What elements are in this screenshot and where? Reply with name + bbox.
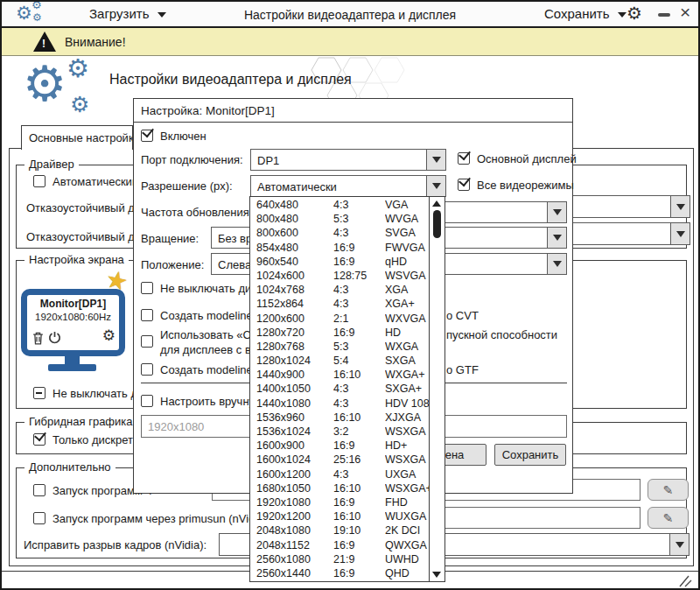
dropdown-arrow[interactable]: [547, 254, 566, 274]
resolution-item-name: WXVGA: [385, 312, 429, 326]
dropdown-arrow[interactable]: [547, 202, 566, 222]
resolution-item-ratio: 19:10: [333, 523, 385, 537]
cvt-reduced-label-line1: Использовать «CV: [160, 328, 259, 341]
cvt-reduced-label-line1-right: пускной способности: [446, 328, 557, 341]
manual-checkbox[interactable]: [141, 395, 153, 407]
resolution-item-size: 1600x1200: [256, 467, 333, 481]
scroll-down-arrow[interactable]: [432, 572, 441, 578]
modeline-cvt-checkbox[interactable]: [141, 309, 153, 321]
all-modes-checkbox[interactable]: [458, 179, 470, 191]
resolution-item[interactable]: 800x4805:3WVGA: [250, 212, 429, 226]
resolution-item-name: SXGA: [385, 354, 429, 368]
close-button[interactable]: ×: [680, 2, 690, 23]
dropdown-arrow[interactable]: [426, 176, 445, 196]
resolution-item[interactable]: 1920x120016:10WUXGA: [250, 509, 429, 523]
primary-display-label: Основной дисплей: [477, 152, 577, 165]
modeline-gtf-label: Создать modeline: [160, 363, 253, 376]
port-label: Порт подключения:: [141, 153, 243, 166]
run-wrapper-checkbox[interactable]: [33, 484, 46, 496]
scrollbar[interactable]: [429, 197, 444, 581]
gear-icon[interactable]: ⚙: [626, 3, 642, 24]
group-extra-title: Дополнительно: [24, 460, 116, 474]
resolution-item[interactable]: 1152x8644:3XGA+: [250, 297, 429, 311]
resolution-item[interactable]: 1024x600128:75WSVGA: [250, 269, 429, 283]
resolution-item-ratio: 4:3: [333, 467, 385, 481]
resolution-item[interactable]: 1280x10245:4SXGA: [250, 354, 429, 368]
resolution-item[interactable]: 1440x90016:10WXGA+: [250, 368, 429, 382]
resolution-item-ratio: 4:3: [333, 382, 385, 396]
resolution-item-ratio: 16:9: [333, 495, 385, 509]
enabled-checkbox[interactable]: [141, 130, 153, 142]
resolution-item[interactable]: 1536x96016:10XJXGA: [250, 411, 429, 425]
resolution-item[interactable]: 1600x90016:9HD+: [250, 439, 429, 453]
edit-button[interactable]: ✎: [648, 479, 689, 501]
minimize-button[interactable]: [658, 13, 670, 17]
modeline-gtf-checkbox[interactable]: [141, 363, 153, 376]
resolution-item[interactable]: 2048x108019:102K DCI: [250, 523, 429, 537]
keep-display-checkbox[interactable]: [33, 387, 46, 399]
manual-label: Настроить вручную: [160, 395, 263, 408]
resolution-item[interactable]: 640x4804:3VGA: [250, 198, 429, 212]
resolution-item[interactable]: 854x48016:9FWVGA: [250, 241, 429, 255]
resolution-item[interactable]: 1024x7684:3XGA: [250, 283, 429, 297]
resolution-item-name: VGA: [385, 198, 429, 212]
save-button[interactable]: Сохранить: [494, 444, 566, 466]
resolution-item[interactable]: 960x54016:9qHD: [250, 255, 429, 269]
resolution-item-size: 2048x1152: [256, 538, 333, 552]
resolution-item[interactable]: 1920x108016:9FHD: [250, 495, 429, 509]
resolution-item-size: 1680x1050: [256, 481, 333, 495]
resolution-item[interactable]: 1280x72016:9HD: [250, 326, 429, 340]
save-menu-button[interactable]: Сохранить: [544, 6, 626, 21]
auto-driver-checkbox[interactable]: [33, 175, 46, 187]
resolution-item-size: 2560x1440: [256, 566, 333, 580]
dropdown-arrow[interactable]: [426, 150, 445, 170]
dropdown-arrow[interactable]: [670, 196, 690, 217]
resolution-item[interactable]: 1440x10804:3HDV 1080i: [250, 397, 429, 411]
resolution-item-ratio: 4:3: [333, 297, 385, 311]
resolution-item-name: HD: [385, 326, 429, 340]
resolution-item[interactable]: 2560x108021:9UWHD: [250, 552, 429, 566]
resolution-item[interactable]: 1280x7685:3WXGA: [250, 340, 429, 354]
resolution-item[interactable]: 1200x6002:1WXVGA: [250, 312, 429, 326]
port-select[interactable]: DP1: [250, 149, 446, 171]
scroll-up-arrow[interactable]: [432, 200, 441, 207]
resolution-item-ratio: 16:10: [333, 368, 385, 382]
resolution-item-ratio: 16:9: [333, 326, 385, 340]
resolution-item-size: 1920x1080: [256, 495, 333, 509]
resolution-item-ratio: 2:1: [333, 312, 385, 326]
dropdown-arrow[interactable]: [669, 534, 689, 555]
resolution-item[interactable]: 1600x102425:16WSXGA: [250, 453, 429, 467]
resolution-item[interactable]: 1680x105016:10WSXGA+: [250, 481, 429, 495]
dropdown-arrow[interactable]: [670, 223, 690, 244]
monitor-widget[interactable]: Monitor[DP1] 1920x1080:60Hz ⚙: [21, 289, 125, 356]
warning-banner: ! Внимание!: [2, 28, 698, 56]
trash-icon[interactable]: [32, 332, 44, 345]
resolution-item[interactable]: 800x6004:3SVGA: [250, 226, 429, 240]
resolution-item[interactable]: 1536x10243:2WSXGA: [250, 425, 429, 439]
power-icon[interactable]: [48, 331, 61, 344]
cvt-reduced-checkbox[interactable]: [141, 335, 153, 348]
discrete-only-label: Только дискретно: [52, 433, 145, 446]
monitor-gear-icon[interactable]: ⚙: [102, 328, 116, 343]
dropdown-arrow[interactable]: [547, 228, 566, 248]
fix-tearing-label: Исправить разрыв кадров (nVidia):: [24, 538, 206, 551]
resolution-item-size: 1600x900: [256, 439, 333, 453]
monitor-mode: 1920x1080:60Hz: [27, 312, 119, 322]
resolution-item[interactable]: 2560x144016:9QHD: [250, 566, 429, 580]
edit-button[interactable]: ✎: [648, 507, 689, 529]
resize-grip[interactable]: [677, 574, 693, 587]
run-primus-checkbox[interactable]: [33, 512, 46, 524]
resolution-select[interactable]: Автоматически: [250, 175, 446, 197]
resolution-item-name: WSXGA+: [385, 481, 429, 495]
resolution-item[interactable]: 2048x115216:9QWXGA: [250, 538, 429, 552]
primary-display-checkbox[interactable]: [458, 152, 470, 165]
dialog-keep-display-checkbox[interactable]: [141, 282, 153, 294]
resolution-item[interactable]: 1600x12004:3UXGA: [250, 467, 429, 481]
modeline-cvt-label-right: о CVT: [446, 309, 479, 322]
discrete-only-checkbox[interactable]: [33, 433, 46, 446]
resolution-item-size: 1400x1050: [256, 382, 333, 396]
resolution-item[interactable]: 1400x10504:3SXGA+: [250, 382, 429, 396]
scroll-thumb[interactable]: [433, 210, 441, 238]
chevron-down-icon: [618, 12, 626, 18]
tab-main-settings[interactable]: Основные настройки: [21, 125, 133, 150]
